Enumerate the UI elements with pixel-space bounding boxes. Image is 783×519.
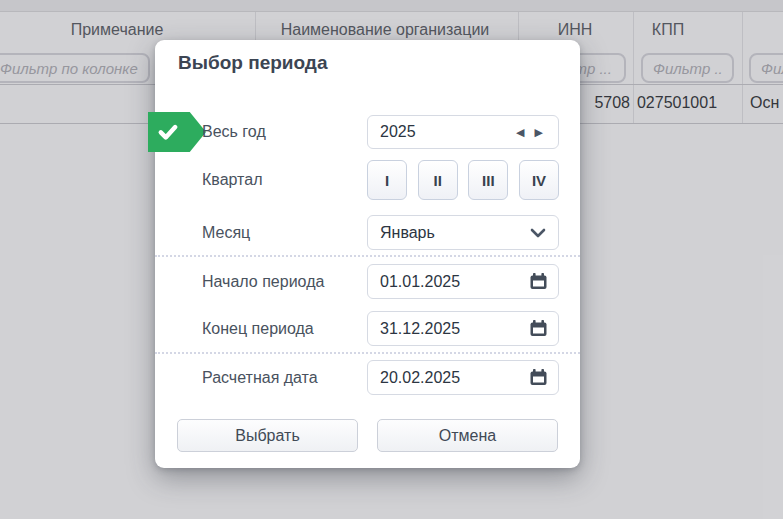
quarter-2-button[interactable]: II [418,160,458,200]
dotted-divider [155,352,580,354]
quarter-3-button[interactable]: III [468,160,508,200]
year-row: Весь год 2025 ◀ ▶ [155,115,580,149]
month-row: Месяц Январь [155,215,580,250]
period-start-label: Начало периода [202,264,324,299]
period-select-dialog: Выбор периода Весь год 2025 ◀ ▶ Квартал … [155,40,580,468]
quarter-row: Квартал I II III IV [155,160,580,200]
select-button[interactable]: Выбрать [177,419,358,452]
year-label: Весь год [202,115,266,149]
dialog-title: Выбор периода [178,52,328,74]
year-stepper[interactable]: 2025 ◀ ▶ [367,115,559,149]
calendar-icon[interactable] [529,368,548,391]
calendar-icon[interactable] [529,319,548,342]
period-start-row: Начало периода [155,264,580,299]
calc-date-row: Расчетная дата [155,360,580,395]
month-label: Месяц [202,215,250,250]
year-value: 2025 [380,123,511,141]
period-end-row: Конец периода [155,311,580,346]
screen: Примечание Наименование организации ИНН … [0,0,783,519]
calendar-icon[interactable] [529,272,548,295]
year-next-button[interactable]: ▶ [530,123,548,142]
quarter-4-button[interactable]: IV [519,160,559,200]
quarter-buttons: I II III IV [367,160,559,200]
quarter-1-button[interactable]: I [367,160,407,200]
calc-date-label: Расчетная дата [202,360,318,395]
month-value: Январь [380,224,530,242]
period-end-label: Конец периода [202,311,314,346]
dotted-divider [155,255,580,257]
month-select[interactable]: Январь [367,215,559,250]
quarter-label: Квартал [202,160,262,200]
chevron-down-icon [530,228,546,238]
year-prev-button[interactable]: ◀ [511,123,529,142]
cancel-button[interactable]: Отмена [377,419,558,452]
